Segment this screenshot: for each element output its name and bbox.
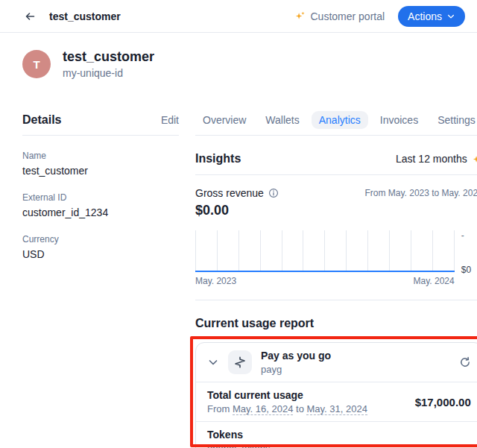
plan-header-row: Pay as you go payg — [196, 343, 477, 382]
actions-button-label: Actions — [408, 10, 442, 22]
total-usage-label: Total current usage — [207, 389, 367, 401]
chart-gridline — [217, 230, 218, 271]
content-panel: Overview Wallets Analytics Invoices Sett… — [195, 110, 477, 448]
chart-gridline — [303, 230, 303, 271]
chart-gridline — [454, 230, 455, 271]
customer-header: T test_customer my-unique-id — [0, 33, 477, 79]
detail-field-name: Name test_customer — [22, 151, 179, 177]
chart-gridline — [367, 230, 368, 271]
period-from-word: From — [207, 403, 230, 414]
usage-card: Pay as you go payg Total current usage — [195, 342, 477, 448]
chart-gridline — [282, 230, 282, 271]
time-range-label: Last 12 months — [396, 153, 467, 165]
chevron-down-icon — [446, 12, 455, 21]
detail-field-currency: Currency USD — [22, 234, 179, 260]
customer-portal-label: Customer portal — [310, 10, 385, 22]
top-bar: test_customer Customer portal Actions — [0, 0, 477, 33]
total-usage-row: Total current usage From May. 16, 2024 t… — [196, 382, 477, 421]
refresh-button[interactable] — [459, 356, 471, 368]
chart-plot — [195, 230, 455, 272]
chart-gridline — [389, 230, 390, 271]
y-tick-bottom: $0 — [461, 265, 471, 275]
chart-gridline — [238, 230, 239, 271]
tab-wallets[interactable]: Wallets — [258, 111, 306, 129]
x-tick-left: May. 2023 — [195, 276, 236, 286]
plan-icon-square — [228, 350, 252, 374]
metric-code: openai_tokens — [207, 443, 271, 448]
chart-gridline — [260, 230, 261, 271]
chevron-down-icon — [207, 356, 219, 368]
actions-button[interactable]: Actions — [398, 6, 465, 27]
metric-period: From May. 2023 to May. 2024 — [364, 188, 477, 198]
gross-revenue-label: Gross revenue — [195, 187, 264, 199]
tab-invoices[interactable]: Invoices — [373, 111, 426, 129]
details-panel: Details Edit Name test_customer External… — [22, 110, 179, 448]
chart-gridline — [346, 230, 347, 271]
chart-gridline — [432, 230, 433, 271]
main-content: Details Edit Name test_customer External… — [0, 79, 477, 448]
period-end-date[interactable]: May. 31, 2024 — [306, 403, 367, 415]
chart-x-axis: May. 2023 May. 2024 — [195, 276, 477, 286]
insights-divider — [195, 174, 477, 175]
field-value: customer_id_1234 — [22, 206, 179, 218]
avatar: T — [22, 50, 51, 78]
edit-details-button[interactable]: Edit — [161, 114, 179, 126]
chart-y-axis: - $0 — [455, 230, 477, 272]
topbar-title: test_customer — [49, 10, 121, 22]
pulse-activity-icon — [234, 356, 246, 368]
tab-analytics[interactable]: Analytics — [312, 111, 368, 129]
arrow-left-icon — [24, 10, 36, 22]
gross-revenue-chart: - $0 — [195, 230, 477, 272]
total-usage-amount: $17,000.00 — [415, 396, 471, 408]
detail-field-external-id: External ID customer_id_1234 — [22, 192, 179, 218]
sparkles-icon — [294, 10, 306, 22]
usage-card-wrap: Pay as you go payg Total current usage — [195, 342, 477, 448]
field-value: USD — [22, 248, 179, 260]
info-icon[interactable] — [268, 188, 279, 198]
tabs-divider — [195, 135, 477, 136]
chart-gridline — [195, 230, 196, 271]
period-to-word: to — [296, 403, 304, 414]
field-label: External ID — [22, 192, 179, 203]
x-tick-right: May. 2024 — [414, 276, 455, 286]
customer-portal-link[interactable]: Customer portal — [294, 10, 385, 22]
details-divider — [22, 135, 179, 136]
metric-row-tokens: Tokens openai_tokens — [196, 421, 477, 448]
details-heading: Details — [22, 113, 61, 127]
insights-heading: Insights — [195, 152, 241, 165]
usage-report-heading: Current usage report — [195, 317, 477, 330]
gross-revenue-value: $0.00 — [195, 203, 477, 218]
tab-settings[interactable]: Settings — [430, 111, 477, 129]
sparkles-icon — [472, 154, 477, 165]
tab-overview[interactable]: Overview — [195, 111, 253, 129]
field-value: test_customer — [22, 165, 179, 177]
chart-gridline — [411, 230, 411, 271]
chart-gridline — [324, 230, 325, 271]
time-range-selector[interactable]: Last 12 months — [396, 153, 477, 165]
field-label: Name — [22, 151, 179, 161]
metric-name: Tokens — [207, 429, 271, 441]
plan-name: Pay as you go — [261, 350, 331, 362]
back-button[interactable] — [24, 10, 36, 22]
refresh-icon — [459, 356, 471, 368]
y-tick-top: - — [461, 230, 464, 241]
field-label: Currency — [22, 234, 179, 244]
expand-toggle-button[interactable] — [207, 356, 219, 368]
tab-bar: Overview Wallets Analytics Invoices Sett… — [195, 110, 477, 130]
plan-code: payg — [261, 364, 331, 375]
period-start-date[interactable]: May. 16, 2024 — [233, 403, 293, 415]
section-divider — [195, 300, 477, 300]
customer-name: test_customer — [63, 49, 154, 65]
customer-unique-id: my-unique-id — [63, 67, 154, 79]
